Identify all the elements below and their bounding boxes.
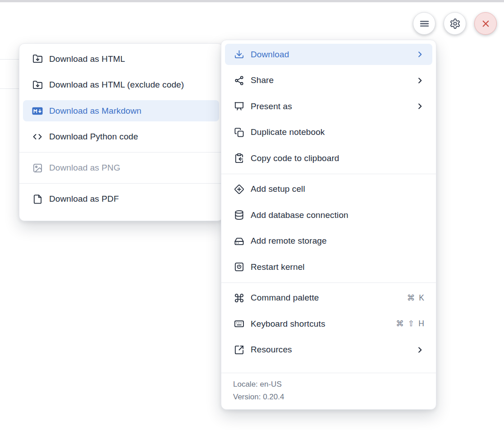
menu-item-keyboard-shortcuts[interactable]: Keyboard shortcuts⌘⇧H <box>225 313 432 334</box>
menu-item-download[interactable]: Download <box>225 44 432 65</box>
version-text: Version: 0.20.4 <box>233 391 424 403</box>
folder-down-icon <box>32 54 43 65</box>
menu-item-download-as-html-exclude-code[interactable]: Download as HTML (exclude code) <box>23 74 219 96</box>
menu-item-download-as-pdf[interactable]: Download as PDF <box>23 189 219 210</box>
menu-separator <box>221 282 436 283</box>
download-icon <box>234 49 244 60</box>
menu-item-label: Download as HTML (exclude code) <box>49 80 184 90</box>
menu-item-label: Duplicate notebook <box>251 127 325 137</box>
app-root: Download as HTMLDownload as HTML (exclud… <box>0 0 504 444</box>
menu-separator <box>19 152 223 153</box>
menu-item-add-remote-storage[interactable]: Add remote storage <box>225 231 432 252</box>
settings-icon <box>449 18 461 29</box>
shortcut-hint: ⌘⇧H <box>396 319 424 328</box>
menu-item-add-setup-cell[interactable]: Add setup cell <box>225 179 432 200</box>
menu-item-share[interactable]: Share <box>225 70 432 91</box>
menu-item-label: Download as Markdown <box>49 106 142 116</box>
external-link-icon <box>234 344 244 355</box>
power-icon <box>234 262 244 273</box>
copy-icon <box>234 127 244 138</box>
shortcut-key: K <box>419 293 424 303</box>
menu-item-download-as-markdown[interactable]: Download as Markdown <box>23 100 219 121</box>
menu-item-label: Download Python code <box>49 132 138 142</box>
menu-separator <box>19 183 223 184</box>
shortcut-key: ⌘ <box>396 319 404 328</box>
hard-drive-icon <box>234 236 244 246</box>
clipboard-copy-icon <box>234 153 244 164</box>
window-top-edge <box>0 0 504 2</box>
chevron-right-icon <box>416 76 424 85</box>
menu-item-label: Add setup cell <box>251 184 305 194</box>
menu-item-label: Present as <box>251 102 292 111</box>
shortcut-key: ⌘ <box>407 293 415 303</box>
menu-item-label: Command palette <box>251 293 319 303</box>
menu-item-command-palette[interactable]: Command palette⌘K <box>225 287 432 309</box>
menu-item-label: Add remote storage <box>251 236 327 246</box>
notebook-menu-list: DownloadSharePresent asDuplicate noteboo… <box>225 44 432 365</box>
menu-item-label: Download <box>251 50 289 60</box>
locale-text: Locale: en-US <box>233 378 424 391</box>
menu-item-label: Download as PDF <box>49 194 119 204</box>
menu-item-label: Restart kernel <box>251 262 305 272</box>
keyboard-icon <box>234 319 244 329</box>
menu-item-resources[interactable]: Resources <box>225 339 432 361</box>
menu-button[interactable] <box>413 12 435 35</box>
menu-icon <box>418 18 431 30</box>
folder-down-icon <box>32 79 43 90</box>
menu-item-download-as-html[interactable]: Download as HTML <box>23 48 219 69</box>
notebook-actions-toolbar <box>413 12 497 35</box>
download-submenu: Download as HTMLDownload as HTML (exclud… <box>19 43 223 221</box>
shortcut-key: H <box>418 319 424 328</box>
command-icon <box>234 292 244 303</box>
menu-item-label: Resources <box>251 345 292 355</box>
menu-item-label: Copy code to clipboard <box>251 153 339 163</box>
underlay-cell-border <box>0 59 19 60</box>
notebook-menu: DownloadSharePresent asDuplicate noteboo… <box>221 40 436 410</box>
menu-item-label: Download as PNG <box>49 163 120 173</box>
menu-item-duplicate-notebook[interactable]: Duplicate notebook <box>225 122 432 143</box>
shortcut-key: ⇧ <box>408 319 415 328</box>
menu-item-download-as-png: Download as PNG <box>23 157 219 179</box>
menu-item-label: Keyboard shortcuts <box>251 319 325 329</box>
shortcut-hint: ⌘K <box>407 293 424 303</box>
diamond-plus-icon <box>234 184 244 194</box>
underlay-cell-border <box>0 88 19 89</box>
menu-item-present-as[interactable]: Present as <box>225 96 432 117</box>
database-icon <box>234 210 244 221</box>
menu-item-label: Add database connection <box>251 210 348 220</box>
presentation-icon <box>234 101 244 112</box>
menu-separator <box>221 174 436 174</box>
chevron-right-icon <box>416 346 424 354</box>
share-icon <box>234 75 244 86</box>
menu-item-label: Share <box>251 75 274 85</box>
close-icon <box>480 18 491 29</box>
image-icon <box>32 162 43 173</box>
menu-item-copy-code-to-clipboard[interactable]: Copy code to clipboard <box>225 148 432 169</box>
chevron-right-icon <box>416 50 424 59</box>
menu-item-restart-kernel[interactable]: Restart kernel <box>225 256 432 278</box>
markdown-icon <box>32 106 43 116</box>
chevron-right-icon <box>416 102 424 111</box>
file-icon <box>32 194 43 204</box>
code-icon <box>32 131 43 142</box>
menu-item-add-database-connection[interactable]: Add database connection <box>225 204 432 226</box>
menu-item-download-python-code[interactable]: Download Python code <box>23 126 219 148</box>
shutdown-button[interactable] <box>474 12 497 35</box>
settings-button[interactable] <box>444 12 466 35</box>
menu-item-label: Download as HTML <box>49 54 125 64</box>
menu-footer: Locale: en-US Version: 0.20.4 <box>221 373 436 409</box>
